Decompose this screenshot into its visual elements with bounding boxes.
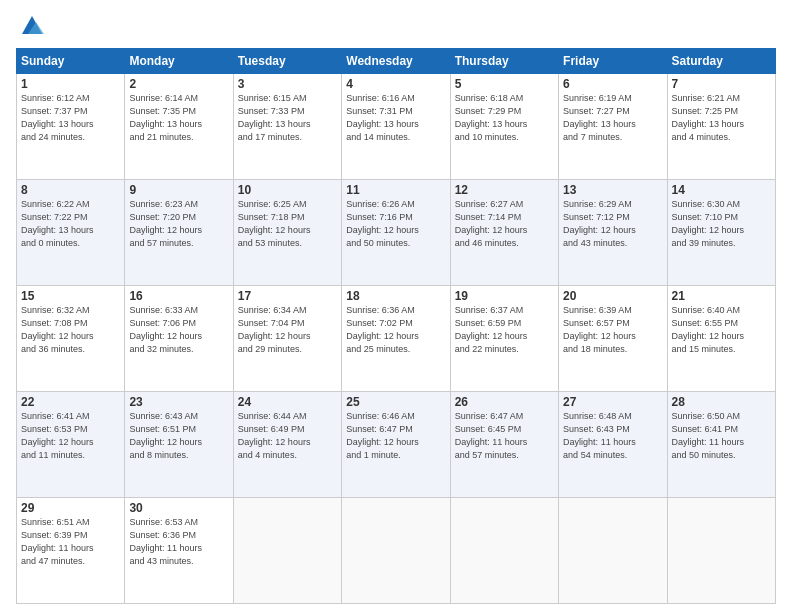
day-number: 21 — [672, 289, 771, 303]
day-info: Sunrise: 6:44 AM Sunset: 6:49 PM Dayligh… — [238, 410, 337, 462]
table-row: 19Sunrise: 6:37 AM Sunset: 6:59 PM Dayli… — [450, 286, 558, 392]
day-number: 22 — [21, 395, 120, 409]
day-number: 5 — [455, 77, 554, 91]
day-info: Sunrise: 6:41 AM Sunset: 6:53 PM Dayligh… — [21, 410, 120, 462]
table-row: 23Sunrise: 6:43 AM Sunset: 6:51 PM Dayli… — [125, 392, 233, 498]
day-info: Sunrise: 6:18 AM Sunset: 7:29 PM Dayligh… — [455, 92, 554, 144]
day-info: Sunrise: 6:39 AM Sunset: 6:57 PM Dayligh… — [563, 304, 662, 356]
header-wednesday: Wednesday — [342, 49, 450, 74]
day-info: Sunrise: 6:25 AM Sunset: 7:18 PM Dayligh… — [238, 198, 337, 250]
day-info: Sunrise: 6:47 AM Sunset: 6:45 PM Dayligh… — [455, 410, 554, 462]
table-row: 17Sunrise: 6:34 AM Sunset: 7:04 PM Dayli… — [233, 286, 341, 392]
day-number: 14 — [672, 183, 771, 197]
day-info: Sunrise: 6:29 AM Sunset: 7:12 PM Dayligh… — [563, 198, 662, 250]
table-row: 10Sunrise: 6:25 AM Sunset: 7:18 PM Dayli… — [233, 180, 341, 286]
header-monday: Monday — [125, 49, 233, 74]
day-number: 20 — [563, 289, 662, 303]
calendar-header-row: Sunday Monday Tuesday Wednesday Thursday… — [17, 49, 776, 74]
day-number: 25 — [346, 395, 445, 409]
day-number: 3 — [238, 77, 337, 91]
table-row: 11Sunrise: 6:26 AM Sunset: 7:16 PM Dayli… — [342, 180, 450, 286]
table-row: 18Sunrise: 6:36 AM Sunset: 7:02 PM Dayli… — [342, 286, 450, 392]
day-number: 17 — [238, 289, 337, 303]
table-row — [342, 498, 450, 604]
header-saturday: Saturday — [667, 49, 775, 74]
day-number: 4 — [346, 77, 445, 91]
day-number: 27 — [563, 395, 662, 409]
day-info: Sunrise: 6:14 AM Sunset: 7:35 PM Dayligh… — [129, 92, 228, 144]
day-info: Sunrise: 6:32 AM Sunset: 7:08 PM Dayligh… — [21, 304, 120, 356]
logo — [16, 16, 46, 40]
day-info: Sunrise: 6:34 AM Sunset: 7:04 PM Dayligh… — [238, 304, 337, 356]
header — [16, 12, 776, 40]
table-row: 13Sunrise: 6:29 AM Sunset: 7:12 PM Dayli… — [559, 180, 667, 286]
table-row: 24Sunrise: 6:44 AM Sunset: 6:49 PM Dayli… — [233, 392, 341, 498]
day-info: Sunrise: 6:36 AM Sunset: 7:02 PM Dayligh… — [346, 304, 445, 356]
header-sunday: Sunday — [17, 49, 125, 74]
table-row: 22Sunrise: 6:41 AM Sunset: 6:53 PM Dayli… — [17, 392, 125, 498]
calendar-week-row: 22Sunrise: 6:41 AM Sunset: 6:53 PM Dayli… — [17, 392, 776, 498]
day-info: Sunrise: 6:46 AM Sunset: 6:47 PM Dayligh… — [346, 410, 445, 462]
day-info: Sunrise: 6:48 AM Sunset: 6:43 PM Dayligh… — [563, 410, 662, 462]
day-info: Sunrise: 6:43 AM Sunset: 6:51 PM Dayligh… — [129, 410, 228, 462]
day-number: 29 — [21, 501, 120, 515]
table-row: 1Sunrise: 6:12 AM Sunset: 7:37 PM Daylig… — [17, 74, 125, 180]
day-info: Sunrise: 6:33 AM Sunset: 7:06 PM Dayligh… — [129, 304, 228, 356]
table-row: 8Sunrise: 6:22 AM Sunset: 7:22 PM Daylig… — [17, 180, 125, 286]
day-number: 9 — [129, 183, 228, 197]
table-row: 26Sunrise: 6:47 AM Sunset: 6:45 PM Dayli… — [450, 392, 558, 498]
day-info: Sunrise: 6:51 AM Sunset: 6:39 PM Dayligh… — [21, 516, 120, 568]
table-row: 27Sunrise: 6:48 AM Sunset: 6:43 PM Dayli… — [559, 392, 667, 498]
day-info: Sunrise: 6:19 AM Sunset: 7:27 PM Dayligh… — [563, 92, 662, 144]
day-number: 2 — [129, 77, 228, 91]
table-row: 12Sunrise: 6:27 AM Sunset: 7:14 PM Dayli… — [450, 180, 558, 286]
day-info: Sunrise: 6:22 AM Sunset: 7:22 PM Dayligh… — [21, 198, 120, 250]
day-number: 19 — [455, 289, 554, 303]
table-row — [450, 498, 558, 604]
page: Sunday Monday Tuesday Wednesday Thursday… — [0, 0, 792, 612]
day-number: 15 — [21, 289, 120, 303]
day-number: 26 — [455, 395, 554, 409]
day-number: 11 — [346, 183, 445, 197]
table-row — [233, 498, 341, 604]
table-row: 4Sunrise: 6:16 AM Sunset: 7:31 PM Daylig… — [342, 74, 450, 180]
table-row: 21Sunrise: 6:40 AM Sunset: 6:55 PM Dayli… — [667, 286, 775, 392]
day-info: Sunrise: 6:50 AM Sunset: 6:41 PM Dayligh… — [672, 410, 771, 462]
table-row — [559, 498, 667, 604]
day-number: 18 — [346, 289, 445, 303]
table-row — [667, 498, 775, 604]
table-row: 14Sunrise: 6:30 AM Sunset: 7:10 PM Dayli… — [667, 180, 775, 286]
table-row: 2Sunrise: 6:14 AM Sunset: 7:35 PM Daylig… — [125, 74, 233, 180]
day-info: Sunrise: 6:26 AM Sunset: 7:16 PM Dayligh… — [346, 198, 445, 250]
day-info: Sunrise: 6:37 AM Sunset: 6:59 PM Dayligh… — [455, 304, 554, 356]
day-info: Sunrise: 6:23 AM Sunset: 7:20 PM Dayligh… — [129, 198, 228, 250]
table-row: 25Sunrise: 6:46 AM Sunset: 6:47 PM Dayli… — [342, 392, 450, 498]
day-number: 7 — [672, 77, 771, 91]
day-info: Sunrise: 6:16 AM Sunset: 7:31 PM Dayligh… — [346, 92, 445, 144]
table-row: 15Sunrise: 6:32 AM Sunset: 7:08 PM Dayli… — [17, 286, 125, 392]
header-thursday: Thursday — [450, 49, 558, 74]
calendar: Sunday Monday Tuesday Wednesday Thursday… — [16, 48, 776, 604]
logo-icon — [18, 12, 46, 40]
table-row: 9Sunrise: 6:23 AM Sunset: 7:20 PM Daylig… — [125, 180, 233, 286]
table-row: 30Sunrise: 6:53 AM Sunset: 6:36 PM Dayli… — [125, 498, 233, 604]
day-info: Sunrise: 6:21 AM Sunset: 7:25 PM Dayligh… — [672, 92, 771, 144]
table-row: 28Sunrise: 6:50 AM Sunset: 6:41 PM Dayli… — [667, 392, 775, 498]
table-row: 6Sunrise: 6:19 AM Sunset: 7:27 PM Daylig… — [559, 74, 667, 180]
day-number: 30 — [129, 501, 228, 515]
day-number: 8 — [21, 183, 120, 197]
day-number: 12 — [455, 183, 554, 197]
day-number: 10 — [238, 183, 337, 197]
day-info: Sunrise: 6:12 AM Sunset: 7:37 PM Dayligh… — [21, 92, 120, 144]
day-info: Sunrise: 6:27 AM Sunset: 7:14 PM Dayligh… — [455, 198, 554, 250]
day-number: 1 — [21, 77, 120, 91]
header-tuesday: Tuesday — [233, 49, 341, 74]
table-row: 29Sunrise: 6:51 AM Sunset: 6:39 PM Dayli… — [17, 498, 125, 604]
table-row: 7Sunrise: 6:21 AM Sunset: 7:25 PM Daylig… — [667, 74, 775, 180]
day-number: 28 — [672, 395, 771, 409]
table-row: 5Sunrise: 6:18 AM Sunset: 7:29 PM Daylig… — [450, 74, 558, 180]
header-friday: Friday — [559, 49, 667, 74]
day-number: 24 — [238, 395, 337, 409]
calendar-week-row: 8Sunrise: 6:22 AM Sunset: 7:22 PM Daylig… — [17, 180, 776, 286]
day-number: 13 — [563, 183, 662, 197]
